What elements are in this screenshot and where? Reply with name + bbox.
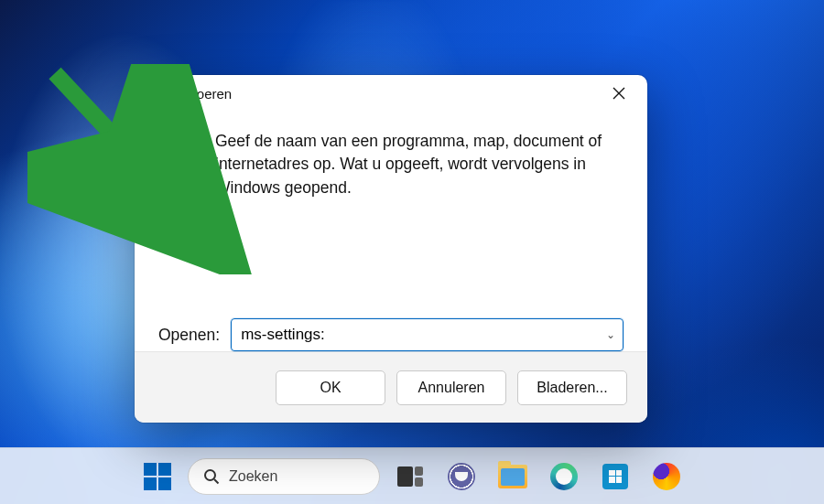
- start-button[interactable]: [136, 456, 179, 498]
- run-dialog: Uitvoeren Geef de naam van een programma…: [135, 75, 647, 423]
- file-explorer-button[interactable]: [492, 456, 534, 498]
- window-title: Uitvoeren: [173, 86, 232, 102]
- chat-button[interactable]: [440, 456, 482, 498]
- browse-button[interactable]: Bladeren...: [517, 370, 627, 405]
- chat-icon: [448, 463, 475, 490]
- open-label: Openen:: [158, 326, 220, 345]
- dialog-description: Geef de naam van een programma, map, doc…: [215, 130, 623, 199]
- search-placeholder: Zoeken: [229, 468, 277, 485]
- svg-line-3: [214, 479, 219, 484]
- svg-point-2: [205, 470, 215, 480]
- folder-icon: [498, 465, 527, 488]
- cancel-button[interactable]: Annuleren: [396, 370, 506, 405]
- firefox-icon: [653, 463, 680, 490]
- open-row: Openen: ⌄: [135, 298, 647, 351]
- close-button[interactable]: [598, 79, 640, 108]
- task-view-icon: [397, 466, 423, 487]
- edge-icon: [550, 463, 578, 490]
- store-icon: [602, 464, 628, 489]
- firefox-button[interactable]: [645, 456, 688, 498]
- edge-button[interactable]: [543, 456, 585, 498]
- task-view-button[interactable]: [389, 456, 431, 498]
- run-dialog-icon: [147, 87, 164, 100]
- windows-logo-icon: [144, 463, 171, 490]
- dialog-footer: OK Annuleren Bladeren...: [135, 351, 647, 423]
- dialog-body: Geef de naam van een programma, map, doc…: [135, 112, 647, 298]
- taskbar: Zoeken: [0, 447, 824, 504]
- taskbar-search[interactable]: Zoeken: [188, 458, 380, 495]
- titlebar: Uitvoeren: [135, 75, 647, 112]
- search-icon: [203, 468, 220, 485]
- open-combobox[interactable]: ⌄: [231, 318, 623, 351]
- ok-button[interactable]: OK: [276, 370, 385, 405]
- run-icon: [158, 134, 199, 166]
- store-button[interactable]: [594, 456, 636, 498]
- open-input[interactable]: [232, 319, 623, 350]
